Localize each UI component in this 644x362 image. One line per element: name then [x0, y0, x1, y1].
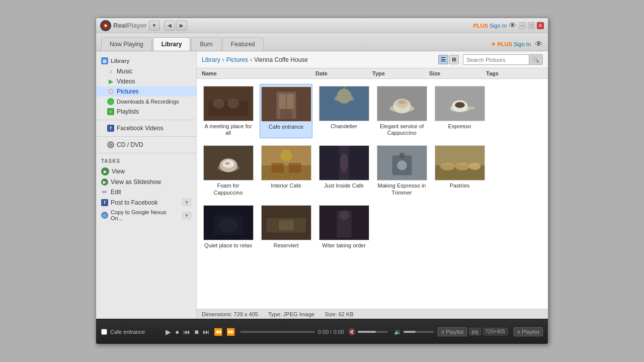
- next-button[interactable]: ⏭: [202, 327, 211, 337]
- maximize-button[interactable]: □: [528, 22, 535, 29]
- task-facebook-arrow[interactable]: ▼: [182, 199, 191, 206]
- stop-button[interactable]: ●: [174, 327, 180, 337]
- grid-view-btn[interactable]: ⊞: [449, 55, 459, 64]
- forward-button[interactable]: ▶: [176, 21, 187, 31]
- photo-thumb-just-inside: [319, 145, 369, 180]
- sidebar-facebook-label: Facebook Videos: [117, 125, 164, 132]
- eye-icon[interactable]: 👁: [509, 21, 517, 30]
- progress-track[interactable]: [240, 331, 315, 333]
- task-post-facebook[interactable]: f Post to Facebook ▼: [96, 197, 196, 208]
- volume-track-2[interactable]: [404, 331, 434, 333]
- column-headers: Name Date Type Size Tags: [197, 68, 548, 79]
- playlist-btn-1[interactable]: ≡ Playlist: [438, 327, 467, 336]
- tab-now-playing[interactable]: Now Playing: [101, 37, 152, 51]
- photo-thumb-elegant: [377, 86, 427, 121]
- tabs-right: ✦ PLUS Sign In 👁: [491, 40, 543, 51]
- logo-dropdown-btn[interactable]: ▼: [149, 21, 160, 31]
- task-facebook-label: Post to Facebook: [111, 199, 157, 206]
- breadcrumb: Library › Pictures › Vienna Coffe House: [202, 56, 308, 63]
- photo-thumb-pastries: [435, 145, 485, 180]
- photo-item-pastries[interactable]: Pastries: [433, 143, 486, 198]
- search-input[interactable]: [463, 55, 529, 64]
- content-area: Library › Pictures › Vienna Coffe House …: [197, 51, 548, 319]
- close-button[interactable]: ✕: [537, 22, 544, 29]
- sidebar-item-music[interactable]: ♪ Music: [96, 66, 196, 76]
- time-current: 0:00: [318, 329, 329, 335]
- eye-icon-tab[interactable]: 👁: [535, 40, 543, 49]
- back-button[interactable]: ◀: [164, 21, 175, 31]
- photo-item-foam[interactable]: Foam for Cappuccino: [202, 143, 255, 198]
- task-view[interactable]: ▶ View: [96, 166, 196, 177]
- breadcrumb-library[interactable]: Library: [202, 56, 220, 63]
- photo-label-just-inside: Just Inside Cafe: [324, 183, 364, 189]
- plus-sign-in[interactable]: PLUS Sign In: [473, 23, 507, 29]
- grid-view-icon: ⊞: [452, 56, 456, 62]
- col-size[interactable]: Size: [429, 70, 486, 76]
- photo-item-chandelier[interactable]: Chandelier: [317, 84, 370, 138]
- volume-track[interactable]: [358, 331, 388, 333]
- sidebar-item-playlists[interactable]: ≡ Playlists: [96, 107, 196, 117]
- task-slideshow[interactable]: ▶ View as Slideshow: [96, 177, 196, 187]
- photo-item-espresso[interactable]: Espresso: [433, 84, 486, 138]
- search-button[interactable]: 🔍: [529, 55, 542, 64]
- photo-item-cafe-entrance[interactable]: Cafe entrance: [260, 84, 312, 138]
- photo-label-pastries: Pastries: [450, 183, 470, 189]
- sidebar-item-cd-dvd[interactable]: ● CD / DVD: [96, 140, 196, 150]
- col-name[interactable]: Name: [202, 70, 315, 76]
- photo-label-reserviert: Reserviert: [273, 242, 298, 249]
- task-edit[interactable]: ✏ Edit: [96, 187, 196, 197]
- fast-forward-button[interactable]: ⏩: [225, 327, 236, 337]
- tasks-header: TASKS: [96, 156, 196, 166]
- stop-btn2[interactable]: ■: [193, 327, 199, 337]
- svg-rect-6: [204, 86, 253, 121]
- svg-point-33: [225, 162, 230, 165]
- plus-label: PLUS: [473, 23, 488, 29]
- breadcrumb-pictures[interactable]: Pictures: [226, 56, 248, 63]
- svg-rect-64: [319, 205, 369, 240]
- photo-item-waiter[interactable]: Witer taking order: [317, 203, 370, 251]
- prev-button[interactable]: ⏮: [182, 327, 191, 337]
- tab-burn[interactable]: Burn: [191, 37, 221, 51]
- photo-item-reserviert[interactable]: Reserviert: [260, 203, 312, 251]
- sidebar-downloads-label: Downloads & Recordings: [117, 99, 179, 105]
- photo-thumb-cafe-entrance: [261, 86, 311, 122]
- sidebar-item-videos[interactable]: ▶ Videos: [96, 76, 196, 86]
- photo-item-interior[interactable]: Interior Cafe: [260, 143, 312, 198]
- col-date[interactable]: Date: [315, 70, 372, 76]
- plus-sign-in-tab[interactable]: ✦ PLUS Sign In: [491, 41, 531, 48]
- photo-item-making-espresso[interactable]: Making Espresso in Trimmer: [375, 143, 428, 198]
- photo-thumb-waiter: [319, 205, 369, 240]
- app-window: RealPlayer ▼ ◀ ▶ PLUS Sign In 👁 ─ □ ✕ No…: [96, 18, 548, 344]
- playlists-icon: ≡: [107, 108, 114, 115]
- sidebar-item-pictures[interactable]: ⬡ Pictures: [96, 86, 196, 97]
- rewind-button[interactable]: ⏪: [213, 327, 223, 337]
- sidebar-item-facebook-videos[interactable]: f Facebook Videos: [96, 123, 196, 133]
- player-checkbox[interactable]: [101, 329, 107, 335]
- playlist-btn-2[interactable]: ≡ Playlist: [514, 327, 543, 336]
- col-tags[interactable]: Tags: [486, 70, 543, 76]
- photo-item-quiet[interactable]: Quiet place to relax: [202, 203, 255, 251]
- list-view-btn[interactable]: ☰: [438, 55, 448, 64]
- photo-item-meeting[interactable]: A meeting place for all: [202, 84, 255, 138]
- tab-library[interactable]: Library: [153, 37, 191, 51]
- sidebar-item-downloads[interactable]: ↓ Downloads & Recordings: [96, 97, 196, 107]
- tab-featured[interactable]: Featured: [222, 37, 264, 51]
- pictures-icon: ⬡: [107, 88, 114, 95]
- player-title: Cafe entrance: [110, 329, 160, 335]
- volume-fill-2: [404, 331, 416, 333]
- volume-fill: [358, 331, 376, 333]
- task-copy-google[interactable]: ◎ Copy to Google Nexus On... ▼: [96, 208, 196, 223]
- task-google-arrow[interactable]: ▼: [182, 212, 191, 219]
- photo-thumb-meeting: [203, 86, 254, 121]
- photo-item-just-inside[interactable]: Just Inside Cafe: [317, 143, 370, 198]
- photo-thumb-making-espresso: [377, 145, 427, 180]
- mute-icon[interactable]: 🔇: [348, 328, 356, 335]
- photo-item-elegant[interactable]: Elegant service of Cappuccino: [375, 84, 428, 138]
- volume-icon[interactable]: 🔉: [394, 328, 401, 335]
- minimize-button[interactable]: ─: [519, 22, 526, 29]
- play-pause-button[interactable]: ▶: [165, 327, 172, 337]
- col-type[interactable]: Type: [372, 70, 429, 76]
- sidebar-pictures-label: Pictures: [117, 88, 138, 95]
- sidebar-library-header: ▤ Library: [96, 55, 196, 66]
- photo-thumb-interior: [261, 145, 311, 180]
